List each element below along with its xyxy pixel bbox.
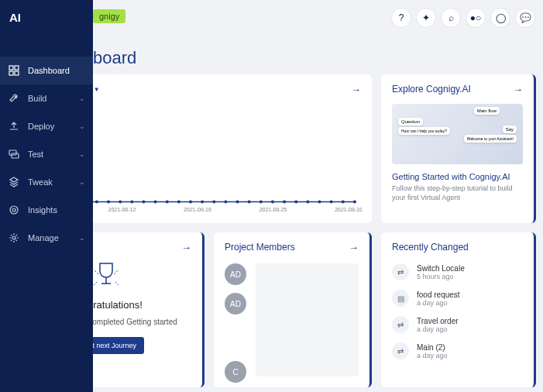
members-card: Project Members → AD AD C — [214, 232, 372, 387]
chart-expand-arrow[interactable]: → — [351, 84, 361, 95]
thumb-question: Question — [398, 118, 423, 126]
recent-item[interactable]: ⇄ Travel order a day ago — [392, 316, 523, 333]
help-button[interactable]: ? — [391, 8, 411, 28]
svg-point-22 — [166, 200, 169, 203]
svg-point-23 — [177, 200, 180, 203]
explore-thumbnail: Main flow Question How can I help you to… — [392, 104, 523, 164]
sidebar: AI Dashboard Build ⌄ Deploy ⌄ Test ⌄ Twe… — [0, 0, 93, 392]
sidebar-item-label: Tweak — [28, 177, 53, 187]
sidebar-item-label: Deploy — [28, 122, 54, 131]
recent-title: Recently Changed — [392, 242, 523, 253]
layers-icon — [8, 176, 20, 188]
topbar: ? ✦ ⌕ ●○ ◯ 💬 — [391, 8, 535, 28]
explore-desc: Follow this step-by-step tutorial to bui… — [392, 184, 523, 202]
recent-time: a day ago — [417, 352, 448, 359]
flow-icon: ⇄ — [392, 342, 409, 359]
svg-point-8 — [12, 236, 15, 239]
sidebar-item-label: Dashboard — [28, 66, 70, 75]
recent-time: a day ago — [417, 325, 459, 333]
recent-list: ⇄ Switch Locale 5 hours ago ▤ food reque… — [392, 263, 523, 359]
compass-icon: ✦ — [422, 12, 430, 23]
recent-time: a day ago — [417, 299, 460, 307]
doc-icon: ▤ — [392, 290, 409, 307]
svg-point-38 — [353, 200, 356, 203]
sidebar-item-deploy[interactable]: Deploy ⌄ — [0, 112, 93, 140]
svg-rect-0 — [9, 66, 13, 70]
recent-name: Main (2) — [417, 343, 448, 352]
svg-point-16 — [95, 200, 98, 203]
chevron-down-icon: ⌄ — [79, 150, 85, 158]
recent-name: food request — [417, 291, 460, 299]
sidebar-item-label: Build — [28, 94, 46, 103]
recent-item[interactable]: ▤ food request a day ago — [392, 290, 523, 307]
sidebar-item-label: Manage — [28, 233, 59, 242]
chat-icon — [8, 148, 20, 160]
svg-point-33 — [294, 200, 297, 203]
svg-point-37 — [342, 200, 345, 203]
members-arrow-icon[interactable]: → — [349, 242, 359, 253]
sidebar-item-build[interactable]: Build ⌄ — [0, 84, 93, 112]
sidebar-item-manage[interactable]: Manage ⌄ — [0, 224, 93, 252]
sidebar-item-tweak[interactable]: Tweak ⌄ — [0, 168, 93, 196]
svg-point-30 — [259, 200, 263, 203]
toggle-button[interactable]: ●○ — [466, 8, 486, 28]
thumb-say: Say — [503, 126, 517, 133]
svg-rect-4 — [9, 150, 16, 155]
explore-card[interactable]: Explore Cognigy.AI → Main flow Question … — [381, 74, 536, 223]
chevron-down-icon: ⌄ — [79, 178, 85, 186]
profile-button[interactable]: ◯ — [490, 8, 510, 28]
chevron-down-icon: ⌄ — [79, 234, 85, 242]
page-title: board — [93, 48, 136, 68]
upload-icon — [8, 120, 20, 132]
user-icon: ◯ — [496, 12, 506, 23]
logo: AI — [0, 0, 93, 35]
svg-rect-5 — [12, 153, 19, 158]
recent-item[interactable]: ⇄ Switch Locale 5 hours ago — [392, 263, 523, 280]
recent-item[interactable]: ⇄ Main (2) a day ago — [392, 342, 523, 359]
svg-point-36 — [330, 200, 333, 203]
recent-name: Travel order — [417, 317, 459, 325]
grid-icon — [8, 64, 20, 77]
nav: Dashboard Build ⌄ Deploy ⌄ Test ⌄ Tweak … — [0, 57, 93, 252]
recent-name: Switch Locale — [417, 264, 465, 273]
svg-point-34 — [306, 200, 309, 203]
svg-point-20 — [142, 200, 145, 203]
compass-button[interactable]: ✦ — [416, 8, 436, 28]
svg-point-31 — [271, 200, 274, 203]
sidebar-item-dashboard[interactable]: Dashboard — [0, 57, 93, 84]
chevron-down-icon: ▼ — [94, 86, 100, 93]
sidebar-item-test[interactable]: Test ⌄ — [0, 140, 93, 168]
svg-point-26 — [212, 200, 215, 203]
x-label: 2021-08-31 — [335, 207, 363, 212]
env-tag: gnigy — [93, 9, 125, 23]
svg-point-25 — [201, 200, 204, 203]
svg-point-19 — [130, 200, 133, 203]
members-title: Project Members — [225, 242, 359, 253]
svg-point-7 — [12, 208, 15, 211]
search-button[interactable]: ⌕ — [441, 8, 461, 28]
x-label: 2021-08-18 — [184, 207, 211, 212]
svg-point-27 — [224, 200, 227, 203]
avatar[interactable]: AD — [225, 263, 246, 285]
flow-icon: ⇄ — [392, 263, 409, 280]
thumb-how: How can I help you today? — [398, 127, 450, 135]
recent-card: Recently Changed ⇄ Switch Locale 5 hours… — [381, 232, 536, 387]
avatar[interactable]: AD — [225, 293, 246, 315]
avatar[interactable]: C — [225, 361, 246, 383]
explore-title: Explore Cognigy.AI — [392, 84, 523, 95]
chevron-down-icon: ⌄ — [79, 122, 85, 130]
svg-point-29 — [248, 200, 251, 203]
getting-arrow-icon[interactable]: → — [181, 242, 191, 253]
explore-link[interactable]: Getting Started with Cognigy.AI — [392, 172, 523, 181]
sidebar-item-label: Insights — [28, 205, 57, 215]
member-placeholder — [256, 263, 359, 377]
svg-point-21 — [154, 200, 157, 203]
sidebar-item-insights[interactable]: Insights — [0, 196, 93, 224]
wrench-icon — [8, 92, 20, 105]
chat-button[interactable]: 💬 — [515, 8, 535, 28]
svg-point-24 — [189, 200, 192, 203]
explore-arrow-icon[interactable]: → — [513, 84, 523, 95]
question-icon: ? — [399, 12, 404, 23]
x-label: 2021-08-12 — [108, 207, 136, 212]
svg-rect-1 — [15, 66, 19, 70]
